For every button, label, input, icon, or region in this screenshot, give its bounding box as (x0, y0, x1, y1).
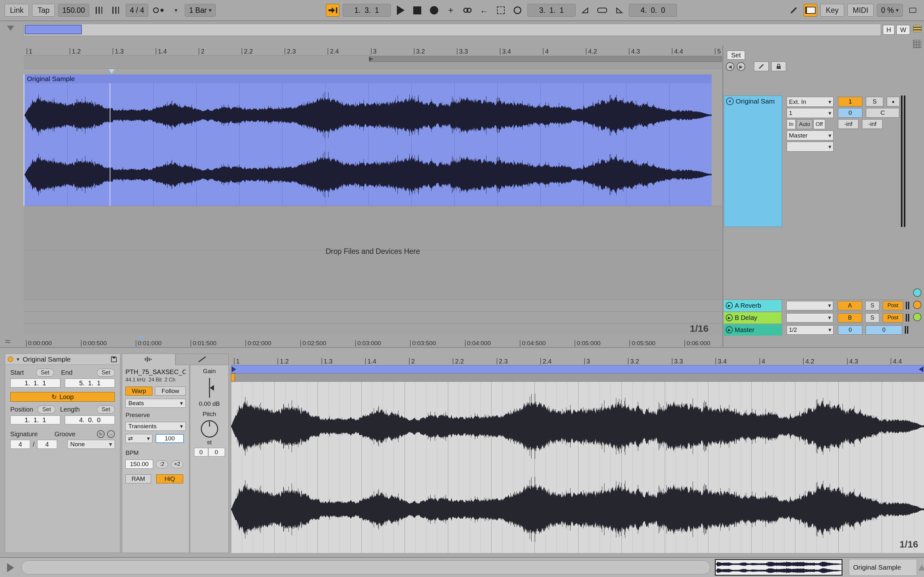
nudge-up-button[interactable] (109, 4, 123, 17)
cue-out-menu[interactable]: 1/2▾ (787, 326, 834, 335)
track-drop-area[interactable]: Drop Files and Devices Here (24, 206, 722, 300)
loop-position-field[interactable]: 1. 1. 1 (10, 416, 60, 424)
return-a-activator[interactable]: A (838, 301, 862, 310)
set-start-button[interactable]: Set (36, 369, 54, 377)
draw-automation-button[interactable] (754, 61, 769, 71)
stop-button[interactable] (411, 4, 424, 17)
loop-length-field[interactable]: 4. 0. 0 (65, 416, 115, 424)
save-icon[interactable] (110, 356, 118, 363)
groove-menu[interactable]: None▾ (67, 440, 115, 449)
cue-volume-value[interactable]: 0 (866, 326, 902, 335)
sample-waveform-area[interactable]: 1/16 (231, 382, 924, 553)
return-a-pre-post-toggle[interactable]: Post (883, 301, 903, 310)
loop-length-field[interactable]: 4. 0. 0 (629, 4, 677, 17)
groove-commit-icon[interactable]: ↻ (97, 430, 105, 438)
midi-map-button[interactable]: MIDI (847, 4, 874, 17)
cpu-meter[interactable]: 0 %▾ (877, 4, 903, 17)
master-name[interactable]: Master (735, 326, 754, 334)
gain-value[interactable]: 0.00 dB (190, 400, 228, 408)
optimize-height-button[interactable]: H (883, 25, 895, 35)
fader-thumb-icon[interactable] (210, 385, 214, 391)
time-signature-field[interactable]: 4 / 4 (126, 4, 149, 17)
input-channel-menu[interactable]: 1▾ (787, 108, 834, 118)
output-channel-menu[interactable]: ▾ (787, 142, 834, 152)
sample-loop-brace[interactable] (231, 365, 924, 374)
hamburger-menu-icon[interactable] (913, 25, 921, 32)
master-header[interactable]: ▶Master (724, 324, 782, 335)
metronome-button[interactable] (152, 4, 165, 17)
signature-denominator-field[interactable]: 4 (37, 440, 57, 449)
follow-button[interactable] (326, 4, 339, 17)
return-lane-b[interactable] (24, 311, 722, 323)
half-tempo-button[interactable]: :2 (156, 460, 168, 468)
pitch-semitones-field[interactable]: 0 (194, 448, 208, 456)
send-knob-value[interactable]: 0 (838, 108, 863, 118)
scrub-area[interactable] (24, 55, 722, 69)
track-header[interactable]: ▼Original Sam (724, 95, 782, 227)
arm-button[interactable]: ● (887, 97, 900, 106)
punch-out-button[interactable] (612, 4, 626, 17)
return-b-solo[interactable]: S (865, 313, 879, 322)
arrangement-loop-brace[interactable] (369, 56, 722, 62)
segment-bpm-field[interactable]: 150.00 (126, 460, 153, 469)
nudge-down-button[interactable] (92, 4, 106, 17)
set-end-button[interactable]: Set (97, 369, 115, 377)
transient-envelope-field[interactable]: 100 (156, 434, 184, 443)
record-button[interactable] (427, 4, 441, 17)
clip-name[interactable]: Original Sample (23, 356, 108, 363)
clip-title-bar[interactable]: Original Sample (24, 74, 712, 83)
loop-switch-button[interactable] (596, 4, 609, 17)
sample-beat-ruler[interactable]: 11.21.31.422.22.32.433.23.33.444.24.34.4 (231, 356, 924, 365)
return-a-name[interactable]: A Reverb (735, 302, 761, 309)
follow-tempo-button[interactable]: Follow (155, 387, 186, 396)
set-locator-button[interactable]: Set (727, 51, 745, 60)
ram-mode-button[interactable]: RAM (126, 474, 151, 484)
back-to-arrangement-button[interactable]: ← (477, 4, 491, 17)
chevron-down-icon[interactable]: ▼ (16, 357, 20, 362)
master-volume-value[interactable]: 0 (838, 326, 863, 335)
start-marker-icon[interactable] (231, 374, 235, 382)
show-io-toggle-icon[interactable] (913, 288, 921, 297)
track-fold-icon[interactable]: ▼ (726, 97, 734, 105)
solo-button[interactable]: S (866, 97, 883, 106)
preserve-menu[interactable]: Transients▾ (126, 422, 186, 431)
input-type-menu[interactable]: Ext. In▾ (787, 97, 834, 107)
return-a-header[interactable]: ▶A Reverb (724, 300, 782, 311)
capture-button[interactable] (494, 4, 507, 17)
sample-overview-thumbnail[interactable] (715, 559, 843, 576)
next-locator-button[interactable]: ▶ (737, 62, 745, 71)
set-length-button[interactable]: Set (97, 406, 115, 414)
pan-knob-value[interactable]: C (866, 108, 899, 118)
beat-time-ruler[interactable]: 11.21.31.422.22.32.433.23.33.444.24.34.4… (24, 45, 722, 55)
monitor-in-button[interactable]: In (787, 119, 796, 129)
loop-start-field[interactable]: 3. 1. 1 (527, 4, 575, 17)
arrangement-position-field[interactable]: 1. 3. 1 (342, 4, 391, 17)
draw-mode-button[interactable] (787, 4, 800, 17)
scroll-wave-icon[interactable]: ≈ (5, 336, 10, 347)
clip-color-chooser[interactable] (8, 356, 13, 362)
return-b-activator[interactable]: B (838, 313, 862, 322)
pitch-cents-field[interactable]: 0 (208, 448, 225, 456)
tap-tempo-button[interactable]: Tap (32, 4, 55, 17)
quantization-menu[interactable]: 1 Bar▾ (185, 4, 216, 17)
return-b-output-menu[interactable]: ▾ (787, 313, 833, 322)
set-position-button[interactable]: Set (37, 406, 55, 414)
hiq-mode-button[interactable]: HiQ (156, 474, 183, 484)
double-tempo-button[interactable]: ×2 (171, 460, 183, 468)
clip-start-field[interactable]: 1. 1. 1 (10, 379, 60, 388)
groove-extract-icon[interactable]: → (107, 430, 115, 438)
loop-toggle-button[interactable]: ↻Loop (10, 392, 115, 402)
return-b-header[interactable]: ▶B Delay (724, 312, 782, 324)
tempo-field[interactable]: 150.00 (58, 4, 89, 17)
master-lane[interactable] (24, 323, 722, 335)
lock-envelopes-button[interactable] (771, 61, 786, 71)
prev-locator-button[interactable]: ◀ (726, 62, 734, 71)
key-map-button[interactable]: Key (821, 4, 844, 17)
track-name[interactable]: Original Sam (736, 97, 774, 105)
warp-toggle-button[interactable]: Warp (126, 387, 152, 396)
time-ruler[interactable]: 0:00:0000:00:5000:01:0000:01:5000:02:000… (24, 337, 722, 347)
warp-mode-menu[interactable]: Beats▾ (126, 399, 186, 408)
return-lane-a[interactable] (24, 300, 722, 311)
return-a-output-menu[interactable]: ▾ (787, 301, 833, 310)
overview-zoom-window[interactable] (25, 25, 82, 34)
